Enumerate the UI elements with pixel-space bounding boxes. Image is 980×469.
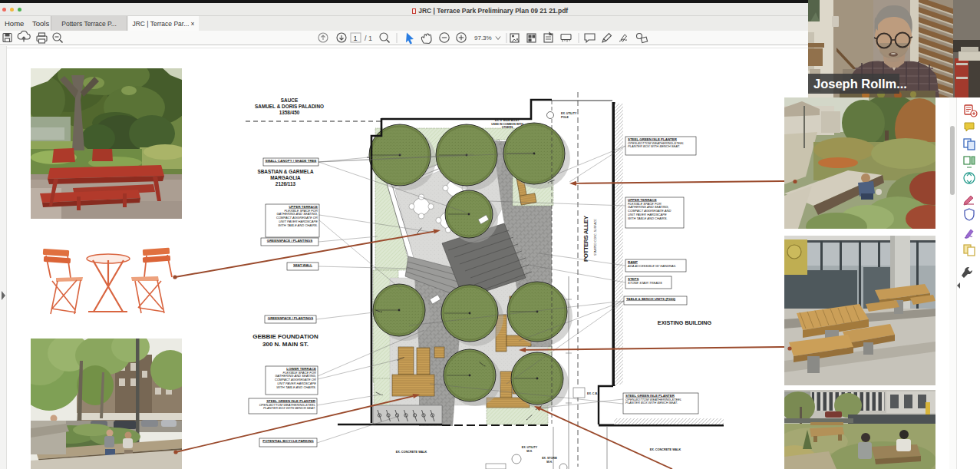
svg-text:M.H.: M.H. — [546, 461, 553, 464]
svg-text:1358/450: 1358/450 — [279, 110, 300, 115]
svg-text:USED IN COMMON WITH: USED IN COMMON WITH — [491, 123, 523, 126]
svg-text:SAUCE: SAUCE — [281, 97, 299, 103]
svg-text:EXISTING BUILDING: EXISTING BUILDING — [658, 319, 712, 326]
svg-text:TABLE & BENCH UNITS (F000): TABLE & BENCH UNITS (F000) — [626, 297, 676, 301]
svg-text:STAMPED CONC. SURFACE: STAMPED CONC. SURFACE — [594, 219, 597, 256]
svg-text:POTENTIAL BICYCLE PARKING: POTENTIAL BICYCLE PARKING — [262, 439, 314, 443]
svg-text:EX. UTILITY: EX. UTILITY — [561, 112, 577, 115]
svg-text:POLE: POLE — [561, 116, 569, 119]
svg-text:MARGAGLIA: MARGAGLIA — [270, 175, 301, 180]
svg-text:PLANTER BOX WITH BENCH SEAT.: PLANTER BOX WITH BENCH SEAT. — [625, 401, 678, 405]
svg-text:ADA ACCESSIBLE W/ HANDRAIL: ADA ACCESSIBLE W/ HANDRAIL — [627, 264, 676, 268]
svg-text:GREENSPACE / PLANTINGS: GREENSPACE / PLANTINGS — [268, 316, 314, 320]
svg-text:EX. C.B.: EX. C.B. — [587, 392, 598, 395]
svg-text:EX. CONCRETE WALK: EX. CONCRETE WALK — [396, 451, 427, 454]
svg-text:WITH TABLE AND CHAIRS.: WITH TABLE AND CHAIRS. — [276, 385, 316, 389]
svg-text:WITH TABLE AND CHAIRS.: WITH TABLE AND CHAIRS. — [628, 216, 668, 220]
svg-text:SBASTIAN & GARMELA: SBASTIAN & GARMELA — [257, 169, 314, 174]
svg-text:STONE STAIR TREADS: STONE STAIR TREADS — [628, 281, 662, 285]
svg-text:EX. 9' WIDE ALLEY: EX. 9' WIDE ALLEY — [495, 119, 520, 122]
svg-text:2126/113: 2126/113 — [276, 181, 296, 187]
svg-text:SMALL CANOPY / SHADE TREE: SMALL CANOPY / SHADE TREE — [266, 159, 317, 163]
svg-text:300 N. MAIN ST.: 300 N. MAIN ST. — [262, 341, 309, 348]
svg-text:PLANTER BOX WITH BENCH SEAT.: PLANTER BOX WITH BENCH SEAT. — [628, 144, 680, 148]
svg-text:EX. UTILITY: EX. UTILITY — [522, 446, 538, 449]
svg-text:WITH TABLE AND CHAIRS.: WITH TABLE AND CHAIRS. — [278, 223, 318, 227]
svg-text:Joseph Rollm...: Joseph Rollm... — [813, 77, 907, 91]
svg-text:PLANTER BOX WITH BENCH SEAT.: PLANTER BOX WITH BENCH SEAT. — [263, 406, 315, 410]
svg-text:EX. STORM: EX. STORM — [542, 457, 557, 460]
svg-text:SEAT-WALL: SEAT-WALL — [293, 263, 312, 267]
svg-text:GEBBIE FOUNDATION: GEBBIE FOUNDATION — [252, 333, 318, 340]
svg-text:GREENSPACE / PLANTINGS: GREENSPACE / PLANTINGS — [267, 239, 313, 243]
svg-text:SAMUEL & DORIS PALADINO: SAMUEL & DORIS PALADINO — [255, 104, 324, 109]
svg-text:M.H.: M.H. — [526, 450, 533, 453]
svg-text:EX. CONCRETE WALK: EX. CONCRETE WALK — [650, 448, 681, 451]
svg-text:OTHERS: OTHERS — [502, 126, 513, 129]
svg-text:POTTERS ALLEY: POTTERS ALLEY — [582, 215, 589, 262]
